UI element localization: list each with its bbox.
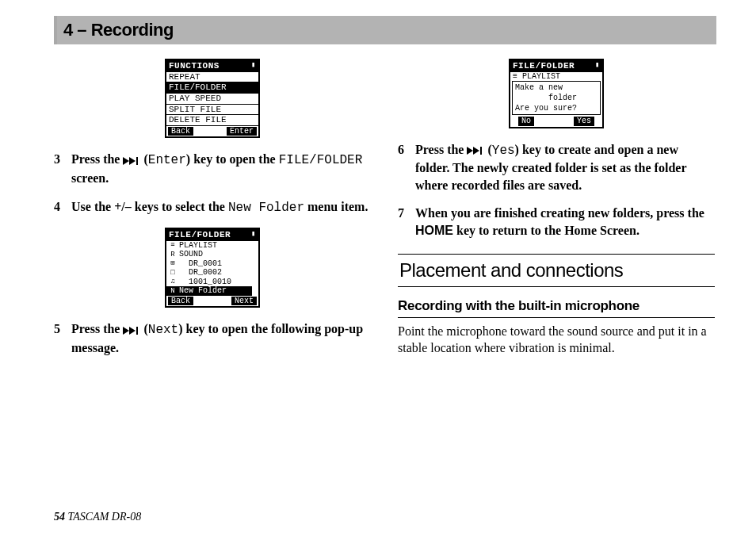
fast-forward-icon	[123, 326, 140, 335]
lcd1-title: FUNCTIONS	[169, 61, 220, 71]
lcd2-row: □ DR_0002	[166, 268, 252, 278]
lcd2-row: RSOUND	[166, 250, 252, 259]
lcd3-header-label: PLAYLIST	[522, 72, 560, 81]
file-icon: □	[169, 269, 177, 277]
chapter-title: 4 – Recording	[63, 20, 174, 40]
lcd2-row: NNew Folder	[166, 286, 252, 296]
lcd1-footer-back: Back	[168, 127, 193, 136]
lcd3-title: FILE/FOLDER	[513, 61, 575, 71]
page-number: 54	[54, 511, 65, 523]
lcd3-footer-no: No	[518, 117, 534, 126]
file-icon: ⊞	[169, 259, 177, 267]
step-6: 6 Press the (Yes) key to create and open…	[398, 141, 715, 194]
lcd2-footer-next: Next	[231, 297, 257, 306]
file-icon: N	[169, 287, 177, 295]
svg-rect-2	[136, 157, 138, 165]
playlist-icon: ≡	[513, 72, 517, 81]
steps-list-left-2: 5 Press the (Next) key to open the follo…	[54, 320, 371, 356]
file-icon: R	[169, 251, 177, 259]
confirm-message-box: Make a new folder Are you sure?	[512, 81, 601, 115]
lcd-screen-file-folder: FILE/FOLDER ▮ ≡PLAYLISTRSOUND⊞ DR_0001□ …	[165, 228, 260, 308]
svg-marker-1	[129, 157, 136, 165]
right-column: FILE/FOLDER ▮ ≡ PLAYLIST Make a new fold…	[398, 59, 715, 367]
lcd1-row: FILE/FOLDER	[166, 82, 258, 94]
svg-rect-5	[136, 327, 138, 335]
lcd1-row: DELETE FILE	[166, 115, 258, 126]
page-footer: 54 TASCAM DR-08	[54, 511, 141, 523]
content-columns: FUNCTIONS ▮ REPEATFILE/FOLDERPLAY SPEEDS…	[54, 59, 716, 367]
step-4: 4 Use the +/– keys to select the New Fol…	[54, 198, 371, 217]
lcd1-row: SPLIT FILE	[166, 105, 258, 116]
chapter-header: 4 – Recording	[54, 16, 716, 44]
product-name: TASCAM DR-08	[68, 511, 142, 523]
lcd2-footer-back: Back	[168, 297, 193, 306]
step-5: 5 Press the (Next) key to open the follo…	[54, 320, 371, 356]
lcd1-row: PLAY SPEED	[166, 94, 258, 105]
battery-icon: ▮	[251, 61, 256, 71]
lcd2-row: ⊞ DR_0001	[166, 259, 252, 269]
lcd2-row: ≡PLAYLIST	[166, 241, 252, 251]
section-heading: Placement and connections	[398, 254, 715, 287]
battery-icon: ▮	[595, 61, 600, 71]
lcd-screen-functions: FUNCTIONS ▮ REPEATFILE/FOLDERPLAY SPEEDS…	[165, 59, 260, 138]
steps-list-right: 6 Press the (Yes) key to create and open…	[398, 141, 715, 239]
file-icon: ≡	[169, 241, 177, 249]
svg-marker-4	[129, 327, 136, 335]
step-7: 7 When you are finished creating new fol…	[398, 205, 715, 239]
fast-forward-icon	[467, 146, 484, 155]
battery-icon: ▮	[251, 230, 256, 240]
steps-list-left: 3 Press the (Enter) key to open the FILE…	[54, 151, 371, 216]
lcd2-row: ♫ 1001_0010	[166, 278, 252, 287]
left-column: FUNCTIONS ▮ REPEATFILE/FOLDERPLAY SPEEDS…	[54, 59, 371, 367]
svg-marker-0	[123, 157, 129, 165]
subsection-body: Point the microphone toward the sound so…	[398, 323, 715, 357]
fast-forward-icon	[123, 156, 140, 166]
subsection-heading: Recording with the built-in microphone	[398, 298, 715, 318]
lcd1-footer-enter: Enter	[227, 127, 257, 136]
svg-marker-3	[123, 327, 129, 335]
lcd3-footer-yes: Yes	[574, 117, 594, 126]
svg-marker-6	[467, 147, 473, 155]
lcd1-row: REPEAT	[166, 72, 258, 83]
svg-rect-8	[480, 147, 482, 155]
svg-marker-7	[473, 147, 479, 155]
step-3: 3 Press the (Enter) key to open the FILE…	[54, 151, 371, 186]
lcd-screen-confirm: FILE/FOLDER ▮ ≡ PLAYLIST Make a new fold…	[509, 59, 604, 128]
file-icon: ♫	[169, 278, 177, 285]
lcd2-title: FILE/FOLDER	[169, 230, 231, 240]
